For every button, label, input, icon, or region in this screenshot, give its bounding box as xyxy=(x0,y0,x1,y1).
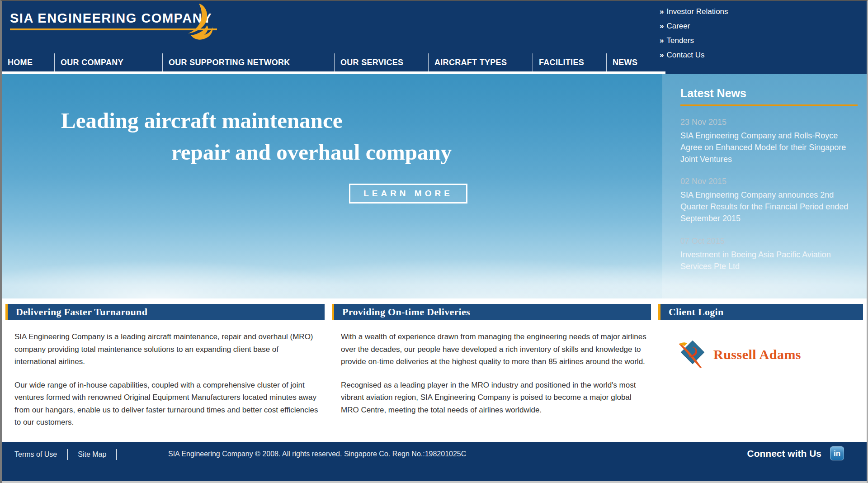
quick-links: » Investor Relations » Career » Tenders … xyxy=(660,7,854,65)
news-date: 23 Nov 2015 xyxy=(680,118,858,127)
section-header: Providing On-time Deliveries xyxy=(332,304,651,320)
section-header: Delivering Faster Turnaround xyxy=(5,304,325,320)
news-headline: SIA Engineering Company and Rolls-Royce … xyxy=(680,130,858,165)
quick-link-investor-relations[interactable]: » Investor Relations xyxy=(660,7,854,16)
section-delivering-faster-turnaround: Delivering Faster Turnaround SIA Enginee… xyxy=(5,304,325,442)
news-item[interactable]: 07 Oct 2015 Investment in Boeing Asia Pa… xyxy=(680,237,858,272)
quick-link-label: Investor Relations xyxy=(666,7,728,16)
news-date: 07 Oct 2015 xyxy=(680,237,858,246)
double-arrow-icon: » xyxy=(660,36,662,45)
section-header: Client Login xyxy=(658,304,863,320)
nav-item-our-supporting-network[interactable]: OUR SUPPORTING NETWORK xyxy=(162,53,334,71)
linkedin-icon[interactable]: in xyxy=(830,446,844,460)
latest-news-panel: Latest News 23 Nov 2015 SIA Engineering … xyxy=(662,74,867,298)
learn-more-button[interactable]: LEARN MORE xyxy=(349,184,467,204)
main-nav: HOME OUR COMPANY OUR SUPPORTING NETWORK … xyxy=(2,53,669,71)
hero-heading: Leading aircraft maintenance repair and … xyxy=(61,105,452,168)
connect-with-us-label: Connect with Us xyxy=(747,448,821,459)
paragraph: SIA Engineering Company is a leading air… xyxy=(14,331,320,368)
section-providing-on-time-deliveries: Providing On-time Deliveries With a weal… xyxy=(332,304,651,442)
news-headline: Investment in Boeing Asia Pacific Aviati… xyxy=(680,249,858,272)
section-title: Providing On-time Deliveries xyxy=(342,306,470,318)
nav-item-home[interactable]: HOME xyxy=(2,53,54,71)
news-date: 02 Nov 2015 xyxy=(680,177,858,186)
quick-link-label: Career xyxy=(666,22,690,31)
section-body: With a wealth of experience drawn from m… xyxy=(332,320,651,416)
footer: Terms of Use Site Map SIA Engineering Co… xyxy=(2,442,867,481)
quick-link-career[interactable]: » Career xyxy=(660,22,854,31)
russell-adams-logo-icon xyxy=(678,338,706,371)
paragraph: Recognised as a leading player in the MR… xyxy=(341,379,646,417)
paragraph: Our wide range of in-house capabilities,… xyxy=(14,379,320,429)
section-client-login: Client Login Russell Adams xyxy=(658,304,863,442)
header: SIA ENGINEERING COMPANY » Investor Relat… xyxy=(2,1,867,74)
news-item[interactable]: 02 Nov 2015 SIA Engineering Company anno… xyxy=(680,177,858,224)
latest-news-title: Latest News xyxy=(680,87,858,100)
double-arrow-icon: » xyxy=(660,22,662,31)
quick-link-tenders[interactable]: » Tenders xyxy=(660,36,854,45)
nav-item-our-services[interactable]: OUR SERVICES xyxy=(334,53,428,71)
footer-links: Terms of Use Site Map xyxy=(14,449,127,460)
nav-item-facilities[interactable]: FACILITIES xyxy=(533,53,606,71)
footer-divider xyxy=(116,449,117,460)
news-headline: SIA Engineering Company announces 2nd Qu… xyxy=(680,189,858,224)
page-bottom-strip xyxy=(2,481,867,483)
nav-item-our-company[interactable]: OUR COMPANY xyxy=(54,53,162,71)
news-item[interactable]: 23 Nov 2015 SIA Engineering Company and … xyxy=(680,118,858,165)
hero-heading-line2: repair and overhaul company xyxy=(61,137,452,168)
paragraph: With a wealth of experience drawn from m… xyxy=(341,331,646,368)
sia-bird-logo-icon xyxy=(182,3,214,44)
content-row: Delivering Faster Turnaround SIA Enginee… xyxy=(2,298,867,442)
client-name: Russell Adams xyxy=(713,347,801,362)
quick-link-contact-us[interactable]: » Contact Us xyxy=(660,51,854,60)
client-login-link[interactable]: Russell Adams xyxy=(658,320,863,371)
nav-item-aircraft-types[interactable]: AIRCRAFT TYPES xyxy=(428,53,533,71)
footer-divider xyxy=(67,449,68,460)
quick-link-label: Contact Us xyxy=(666,51,704,60)
hero-banner: Leading aircraft maintenance repair and … xyxy=(2,74,867,298)
hero-heading-line1: Leading aircraft maintenance xyxy=(61,108,342,133)
latest-news-underline xyxy=(680,104,858,106)
section-title: Delivering Faster Turnaround xyxy=(16,306,147,318)
double-arrow-icon: » xyxy=(660,7,662,16)
footer-copyright: SIA Engineering Company © 2008. All righ… xyxy=(168,450,466,458)
page: SIA ENGINEERING COMPANY » Investor Relat… xyxy=(0,0,868,483)
nav-item-news[interactable]: NEWS xyxy=(606,53,669,71)
footer-link-site-map[interactable]: Site Map xyxy=(78,450,116,459)
footer-link-terms-of-use[interactable]: Terms of Use xyxy=(14,450,67,459)
quick-link-label: Tenders xyxy=(666,36,693,45)
section-body: SIA Engineering Company is a leading air… xyxy=(5,320,325,429)
section-title: Client Login xyxy=(669,306,724,318)
